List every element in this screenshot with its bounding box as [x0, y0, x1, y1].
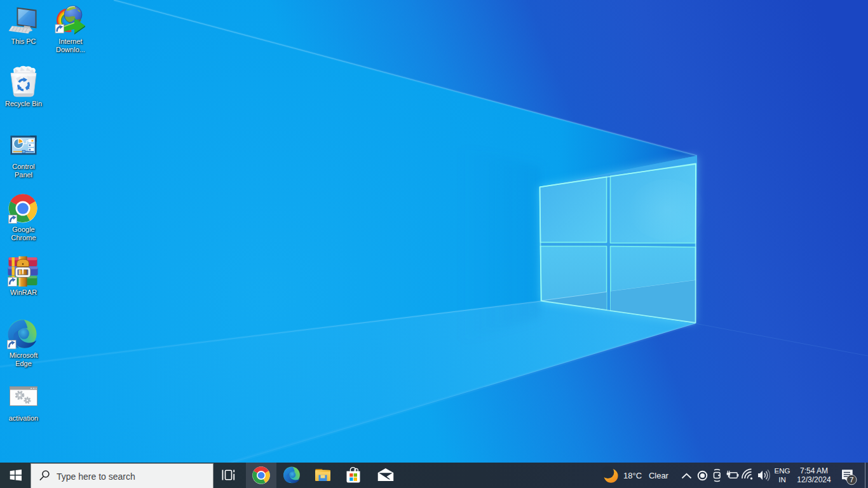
svg-text:7: 7 — [850, 476, 853, 484]
